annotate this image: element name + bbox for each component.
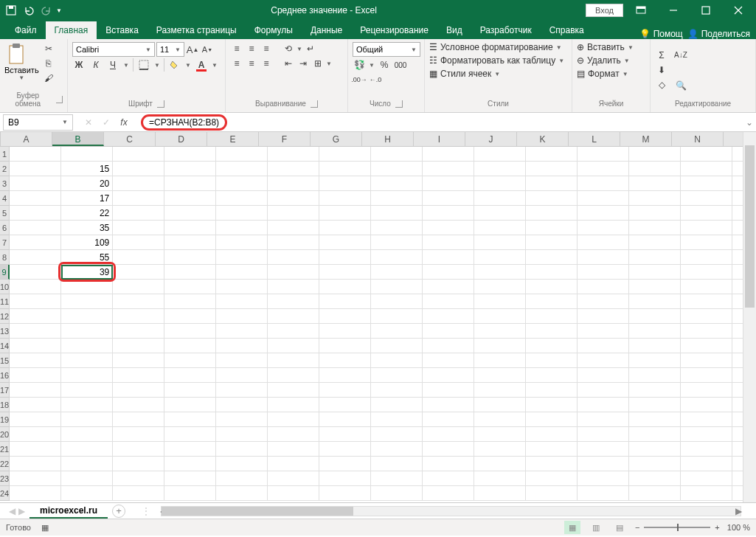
orientation-icon[interactable]: ⟲ <box>282 42 295 55</box>
cell-J17[interactable] <box>474 383 526 398</box>
tab-home[interactable]: Главная <box>46 21 97 39</box>
tab-view[interactable]: Вид <box>437 21 471 39</box>
cell-B1[interactable] <box>61 147 113 162</box>
cell-O2[interactable] <box>732 162 743 176</box>
font-name-select[interactable]: Calibri▼ <box>72 42 155 57</box>
cell-B3[interactable]: 20 <box>61 176 113 191</box>
cell-L10[interactable] <box>578 280 629 294</box>
cell-A14[interactable] <box>10 339 61 353</box>
format-painter-icon[interactable]: 🖌 <box>42 72 55 85</box>
cell-H21[interactable] <box>371 442 423 457</box>
cell-J8[interactable] <box>474 250 526 265</box>
cell-H12[interactable] <box>371 309 423 324</box>
cell-E9[interactable] <box>216 265 268 280</box>
cell-B15[interactable] <box>61 353 113 368</box>
cell-N23[interactable] <box>681 471 732 486</box>
cell-G4[interactable] <box>319 191 371 206</box>
cell-C8[interactable] <box>113 250 164 265</box>
cell-G17[interactable] <box>319 383 371 398</box>
cell-O11[interactable] <box>732 294 743 309</box>
scrollbar-thumb[interactable] <box>745 145 755 308</box>
cell-J24[interactable] <box>474 486 526 501</box>
cell-D3[interactable] <box>164 176 216 191</box>
cell-M5[interactable] <box>629 206 681 221</box>
cell-G22[interactable] <box>319 457 371 471</box>
cell-D8[interactable] <box>164 250 216 265</box>
cell-I13[interactable] <box>423 324 474 339</box>
chevron-down-icon[interactable]: ▼ <box>369 62 375 69</box>
cell-G12[interactable] <box>319 309 371 324</box>
decrease-font-icon[interactable]: A▼ <box>201 43 214 56</box>
cell-I2[interactable] <box>423 162 474 176</box>
dialog-launcher-icon[interactable] <box>311 100 318 108</box>
cell-L7[interactable] <box>578 235 629 250</box>
align-right-icon[interactable]: ≡ <box>260 57 273 70</box>
cell-M15[interactable] <box>629 353 681 368</box>
cell-H23[interactable] <box>371 471 423 486</box>
cell-E16[interactable] <box>216 368 268 383</box>
sheet-tab-active[interactable]: microexcel.ru <box>30 504 108 519</box>
cell-L15[interactable] <box>578 353 629 368</box>
cell-A13[interactable] <box>10 324 61 339</box>
col-header-A[interactable]: A <box>1 132 52 146</box>
cell-A1[interactable] <box>10 147 61 162</box>
cell-J16[interactable] <box>474 368 526 383</box>
enter-formula-icon[interactable]: ✓ <box>100 117 113 128</box>
cell-J5[interactable] <box>474 206 526 221</box>
cell-K20[interactable] <box>526 427 578 442</box>
tab-formulas[interactable]: Формулы <box>246 21 302 39</box>
cell-L16[interactable] <box>578 368 629 383</box>
cell-E7[interactable] <box>216 235 268 250</box>
cell-K22[interactable] <box>526 457 578 471</box>
cell-O3[interactable] <box>732 176 743 191</box>
cell-I17[interactable] <box>423 383 474 398</box>
indent-decrease-icon[interactable]: ⇤ <box>282 57 295 70</box>
cell-A22[interactable] <box>10 457 61 471</box>
cell-I18[interactable] <box>423 398 474 412</box>
chevron-down-icon[interactable]: ▼ <box>154 62 160 69</box>
cell-I23[interactable] <box>423 471 474 486</box>
cell-O5[interactable] <box>732 206 743 221</box>
cell-O7[interactable] <box>732 235 743 250</box>
cell-J6[interactable] <box>474 221 526 235</box>
col-header-L[interactable]: L <box>569 132 620 146</box>
cell-F6[interactable] <box>268 221 319 235</box>
cell-O9[interactable] <box>732 265 743 280</box>
cell-L4[interactable] <box>578 191 629 206</box>
cell-K16[interactable] <box>526 368 578 383</box>
tell-me[interactable]: 💡Помощ <box>639 29 683 39</box>
cell-L11[interactable] <box>578 294 629 309</box>
find-icon[interactable]: 🔍 <box>674 79 687 92</box>
cell-J12[interactable] <box>474 309 526 324</box>
cell-N24[interactable] <box>681 486 732 501</box>
cell-D17[interactable] <box>164 383 216 398</box>
cell-G24[interactable] <box>319 486 371 501</box>
cell-O12[interactable] <box>732 309 743 324</box>
cell-K2[interactable] <box>526 162 578 176</box>
cell-D5[interactable] <box>164 206 216 221</box>
cell-I22[interactable] <box>423 457 474 471</box>
cell-E24[interactable] <box>216 486 268 501</box>
cell-J13[interactable] <box>474 324 526 339</box>
cell-B5[interactable]: 22 <box>61 206 113 221</box>
conditional-formatting-button[interactable]: ☰Условное форматирование▼ <box>429 42 567 52</box>
cell-C5[interactable] <box>113 206 164 221</box>
row-header-16[interactable]: 16 <box>0 368 10 383</box>
normal-view-icon[interactable]: ▦ <box>564 521 580 534</box>
row-header-5[interactable]: 5 <box>0 206 10 221</box>
cell-L5[interactable] <box>578 206 629 221</box>
cell-J21[interactable] <box>474 442 526 457</box>
cell-K11[interactable] <box>526 294 578 309</box>
zoom-in-icon[interactable]: + <box>715 523 719 532</box>
cell-C22[interactable] <box>113 457 164 471</box>
row-header-1[interactable]: 1 <box>0 147 10 162</box>
cell-E6[interactable] <box>216 221 268 235</box>
cell-K5[interactable] <box>526 206 578 221</box>
cell-M12[interactable] <box>629 309 681 324</box>
cell-H14[interactable] <box>371 339 423 353</box>
cell-E20[interactable] <box>216 427 268 442</box>
cell-C10[interactable] <box>113 280 164 294</box>
cell-L3[interactable] <box>578 176 629 191</box>
dialog-launcher-icon[interactable] <box>157 100 164 108</box>
align-middle-icon[interactable]: ≡ <box>245 42 258 55</box>
